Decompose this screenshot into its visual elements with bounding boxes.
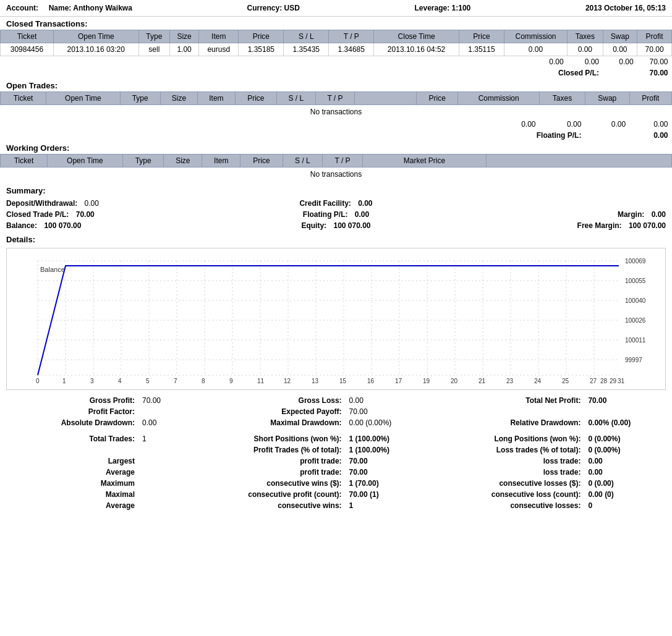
svg-text:12: 12 <box>284 378 291 384</box>
maximal-consec-loss-label: consecutive loss (count): <box>491 490 581 499</box>
header: Account: Name: Anthony Waikwa Currency: … <box>0 0 672 17</box>
maximum-consec-losses-value: 0 (0.00) <box>584 478 666 489</box>
open-trades-header: Ticket Open Time Type Size Item Price S … <box>1 92 672 105</box>
col-close-time: Close Time <box>374 30 459 43</box>
svg-rect-0 <box>7 248 665 389</box>
col-tp: T / P <box>329 30 374 43</box>
col-tp: T / P <box>323 155 363 167</box>
col-item: Item <box>199 30 239 43</box>
taxes: 0.00 <box>568 43 603 56</box>
closed-transactions-title: Closed Transactions: <box>0 17 672 30</box>
close-price: 1.35115 <box>459 43 504 56</box>
svg-text:24: 24 <box>534 378 542 384</box>
col-sl: S / L <box>284 30 329 43</box>
tp: 1.34685 <box>329 43 374 56</box>
profit-factor-label: Profit Factor: <box>88 407 135 416</box>
deposit-value: 0.00 <box>85 199 99 208</box>
maximum-consec-losses-label: consecutive losses ($): <box>499 479 581 488</box>
maximal-consec-loss-value: 0.00 (0) <box>584 489 666 500</box>
maximal-drawdown-label: Maximal Drawdown: <box>270 418 341 427</box>
free-margin-value: 100 070.00 <box>629 221 666 230</box>
maximum-consec-wins-label: consecutive wins ($): <box>266 479 341 488</box>
svg-text:20: 20 <box>451 378 458 384</box>
svg-text:100040: 100040 <box>625 297 646 304</box>
col-taxes: Taxes <box>568 30 603 43</box>
ticket: 30984456 <box>1 43 54 56</box>
summary-row-3: Balance: 100 070.00 Equity: 100 070.00 F… <box>6 220 666 231</box>
gross-profit-value: 70.00 <box>138 395 181 406</box>
svg-text:100069: 100069 <box>625 258 646 265</box>
account-info: Account: Name: Anthony Waikwa <box>6 4 132 12</box>
largest-profit-value: 70.00 <box>346 456 427 467</box>
svg-text:31: 31 <box>618 378 625 384</box>
stats-section: Gross Profit: 70.00 Gross Loss: 0.00 Tot… <box>0 392 672 514</box>
svg-text:13: 13 <box>312 378 319 384</box>
working-orders-table: Ticket Open Time Type Size Item Price S … <box>0 154 672 181</box>
svg-text:9: 9 <box>229 378 233 384</box>
equity-label: Equity: <box>301 221 326 230</box>
expected-payoff-value: 70.00 <box>346 406 427 417</box>
leverage-info: Leverage: 1:100 <box>415 4 471 12</box>
long-positions-label: Long Positions (won %): <box>494 435 581 443</box>
relative-drawdown-value: 0.00% (0.00) <box>584 417 666 428</box>
total-trades-label: Total Trades: <box>89 435 135 443</box>
name-label: Name: <box>49 4 72 12</box>
col-ticket: Ticket <box>1 30 54 43</box>
account-label: Account: <box>6 4 38 12</box>
sl: 1.35435 <box>284 43 329 56</box>
closed-transactions-header: Ticket Open Time Type Size Item Price S … <box>1 30 672 43</box>
largest-label: Largest <box>108 457 135 465</box>
balance-chart: 100069 100055 100040 100026 100011 99997… <box>6 248 666 390</box>
svg-text:7: 7 <box>174 378 177 384</box>
closed-transactions-table: Ticket Open Time Type Size Item Price S … <box>0 30 672 78</box>
maximum-consec-wins-value: 1 (70.00) <box>346 478 427 489</box>
working-orders-header: Ticket Open Time Type Size Item Price S … <box>1 155 672 167</box>
stats-row-3: Absolute Drawdown: 0.00 Maximal Drawdown… <box>6 417 666 428</box>
stats-spacer <box>6 428 666 433</box>
col-price: Price <box>239 30 284 43</box>
equity-value: 100 070.00 <box>333 221 370 230</box>
open-time: 2013.10.16 03:20 <box>53 43 138 56</box>
col-sl: S / L <box>283 155 322 167</box>
svg-text:28: 28 <box>600 378 608 384</box>
margin-value: 0.00 <box>652 210 666 219</box>
svg-text:11: 11 <box>257 378 265 384</box>
balance-value: 100 070.00 <box>44 221 81 230</box>
maximal-consec-profit-value: 70.00 (1) <box>346 489 427 500</box>
short-positions-label: Short Positions (won %): <box>254 435 342 443</box>
svg-text:25: 25 <box>562 378 569 384</box>
col-commission: Commission <box>504 30 567 43</box>
col-price: Price <box>240 155 283 167</box>
profit: 70.00 <box>637 43 672 56</box>
stats-row-9: Maximal consecutive profit (count): 70.0… <box>6 489 666 500</box>
gross-profit-label: Gross Profit: <box>90 396 135 405</box>
currency-value: USD <box>284 4 300 12</box>
svg-text:29: 29 <box>610 378 617 384</box>
name-value: Anthony Waikwa <box>73 4 132 12</box>
largest-profit-label: profit trade: <box>300 457 341 465</box>
col-open-time: Open Time <box>53 30 138 43</box>
gross-loss-value: 0.00 <box>346 395 427 406</box>
col-item: Item <box>202 155 240 167</box>
maximal-label: Maximal <box>106 490 135 499</box>
average-consec-wins-value: 1 <box>346 500 427 511</box>
col-swap: Swap <box>603 30 637 43</box>
credit-value: 0.00 <box>358 199 372 208</box>
col-type: Type <box>138 30 169 43</box>
credit-label: Credit Facility: <box>299 199 351 208</box>
free-margin-label: Free Margin: <box>577 221 622 230</box>
datetime: 2013 October 16, 05:13 <box>585 4 666 12</box>
open-trades-table: Ticket Open Time Type Size Item Price S … <box>0 91 672 141</box>
leverage-value: 1:100 <box>452 4 471 12</box>
working-orders-no-transactions: No transactions <box>1 167 672 182</box>
col-market-price: Market Price <box>363 155 487 167</box>
stats-row-7: Average profit trade: 70.00 loss trade: … <box>6 467 666 478</box>
col-size: Size <box>160 92 198 105</box>
col-type: Type <box>120 92 160 105</box>
average-label: Average <box>106 468 135 477</box>
close-time: 2013.10.16 04:52 <box>374 43 459 56</box>
working-orders-title: Working Orders: <box>0 141 672 154</box>
average2-label: Average <box>106 501 135 510</box>
currency-label: Currency: <box>247 4 282 12</box>
details-title: Details: <box>6 235 666 245</box>
